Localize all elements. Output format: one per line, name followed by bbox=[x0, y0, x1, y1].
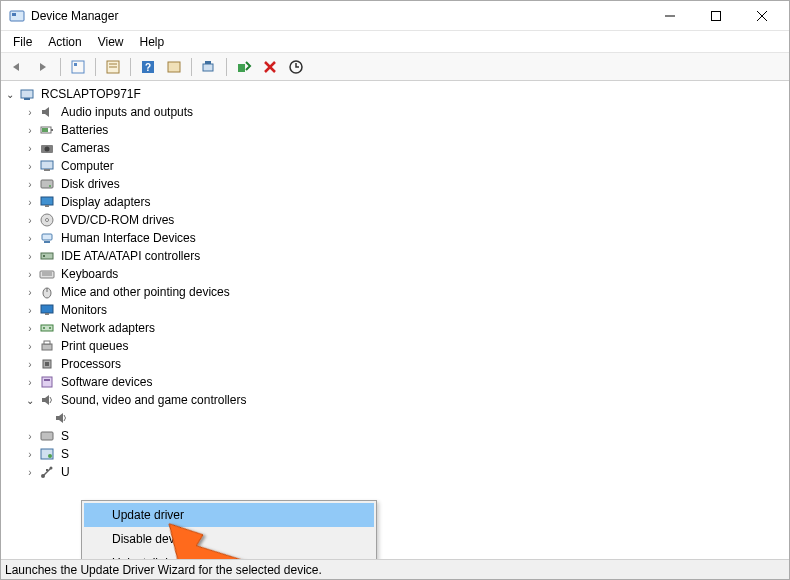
tree-category-node[interactable]: U bbox=[19, 463, 787, 481]
menu-file[interactable]: File bbox=[5, 33, 40, 51]
expander-icon[interactable] bbox=[23, 303, 37, 317]
ctx-update-driver[interactable]: Update driver bbox=[84, 503, 374, 527]
printer-icon bbox=[39, 338, 55, 354]
tree-category-node[interactable]: Audio inputs and outputs bbox=[19, 103, 787, 121]
expander-icon[interactable] bbox=[23, 177, 37, 191]
svg-point-60 bbox=[50, 467, 53, 470]
expander-icon[interactable] bbox=[23, 195, 37, 209]
tree-category-node[interactable]: S bbox=[19, 445, 787, 463]
status-text: Launches the Update Driver Wizard for th… bbox=[5, 563, 322, 577]
expander-icon[interactable] bbox=[23, 267, 37, 281]
expander-icon[interactable] bbox=[23, 465, 37, 479]
sound-icon bbox=[39, 392, 55, 408]
expander-icon[interactable] bbox=[23, 105, 37, 119]
back-button[interactable] bbox=[5, 56, 29, 78]
uninstall-device-button[interactable] bbox=[258, 56, 282, 78]
action-button[interactable] bbox=[162, 56, 186, 78]
mouse-icon bbox=[39, 284, 55, 300]
svg-rect-21 bbox=[24, 98, 30, 100]
tree-category-node[interactable]: Mice and other pointing devices bbox=[19, 283, 787, 301]
expander-icon[interactable] bbox=[23, 375, 37, 389]
expander-icon[interactable] bbox=[23, 447, 37, 461]
category-label: Audio inputs and outputs bbox=[59, 105, 195, 119]
tree-device-node[interactable] bbox=[35, 409, 787, 427]
svg-rect-27 bbox=[41, 161, 53, 169]
tree-category-node[interactable]: Processors bbox=[19, 355, 787, 373]
ctx-disable-device[interactable]: Disable device bbox=[84, 527, 374, 551]
enable-device-button[interactable] bbox=[232, 56, 256, 78]
category-label: Software devices bbox=[59, 375, 154, 389]
tree-category-node[interactable]: DVD/CD-ROM drives bbox=[19, 211, 787, 229]
device-tree[interactable]: RCSLAPTOP971F Audio inputs and outputsBa… bbox=[1, 81, 789, 559]
svg-rect-23 bbox=[51, 129, 53, 131]
expander-icon[interactable] bbox=[23, 159, 37, 173]
expander-icon[interactable] bbox=[23, 429, 37, 443]
expander-icon[interactable] bbox=[23, 321, 37, 335]
tree-category-node[interactable]: Human Interface Devices bbox=[19, 229, 787, 247]
expander-icon[interactable] bbox=[3, 87, 17, 101]
svg-point-26 bbox=[45, 147, 50, 152]
category-label: Disk drives bbox=[59, 177, 122, 191]
tree-category-node[interactable]: Disk drives bbox=[19, 175, 787, 193]
tree-category-node[interactable]: IDE ATA/ATAPI controllers bbox=[19, 247, 787, 265]
expander-icon[interactable] bbox=[23, 357, 37, 371]
expander-icon[interactable] bbox=[23, 285, 37, 299]
context-menu: Update driver Disable device Uninstall d… bbox=[81, 500, 377, 559]
expander-icon[interactable] bbox=[23, 393, 37, 407]
expander-icon[interactable] bbox=[23, 141, 37, 155]
svg-rect-38 bbox=[43, 255, 45, 257]
category-label: S bbox=[59, 447, 71, 461]
scan-hardware-button[interactable] bbox=[197, 56, 221, 78]
properties-button[interactable] bbox=[101, 56, 125, 78]
tree-category-node[interactable]: Batteries bbox=[19, 121, 787, 139]
menu-help[interactable]: Help bbox=[132, 33, 173, 51]
storage-icon bbox=[39, 428, 55, 444]
tree-category-node[interactable]: S bbox=[19, 427, 787, 445]
svg-rect-35 bbox=[42, 234, 52, 240]
svg-rect-36 bbox=[44, 241, 50, 243]
tree-category-node[interactable]: Display adapters bbox=[19, 193, 787, 211]
keyboard-icon bbox=[39, 266, 55, 282]
expander-icon[interactable] bbox=[23, 339, 37, 353]
network-icon bbox=[39, 320, 55, 336]
sound-device-icon bbox=[53, 410, 69, 426]
usb-icon bbox=[39, 464, 55, 480]
cd-icon bbox=[39, 212, 55, 228]
svg-rect-46 bbox=[41, 325, 53, 331]
update-driver-button[interactable] bbox=[284, 56, 308, 78]
svg-rect-28 bbox=[44, 169, 50, 171]
svg-rect-61 bbox=[46, 469, 48, 471]
help-button[interactable]: ? bbox=[136, 56, 160, 78]
ctx-uninstall-device[interactable]: Uninstall device bbox=[84, 551, 374, 559]
expander-icon[interactable] bbox=[23, 213, 37, 227]
window-title: Device Manager bbox=[31, 9, 118, 23]
expander-icon[interactable] bbox=[23, 123, 37, 137]
svg-rect-14 bbox=[203, 64, 213, 71]
category-label: S bbox=[59, 429, 71, 443]
tree-category-node[interactable]: Sound, video and game controllers bbox=[19, 391, 787, 409]
svg-rect-29 bbox=[41, 180, 53, 188]
tree-category-node[interactable]: Monitors bbox=[19, 301, 787, 319]
expander-icon[interactable] bbox=[23, 249, 37, 263]
menu-view[interactable]: View bbox=[90, 33, 132, 51]
menu-action[interactable]: Action bbox=[40, 33, 89, 51]
expander-icon[interactable] bbox=[23, 231, 37, 245]
display-icon bbox=[39, 194, 55, 210]
tree-root-node[interactable]: RCSLAPTOP971F bbox=[3, 85, 787, 103]
tree-category-node[interactable]: Network adapters bbox=[19, 319, 787, 337]
svg-rect-32 bbox=[45, 205, 49, 207]
tree-category-node[interactable]: Print queues bbox=[19, 337, 787, 355]
maximize-button[interactable] bbox=[693, 1, 739, 31]
tree-category-node[interactable]: Computer bbox=[19, 157, 787, 175]
category-label: Processors bbox=[59, 357, 123, 371]
show-hidden-button[interactable] bbox=[66, 56, 90, 78]
tree-category-node[interactable]: Software devices bbox=[19, 373, 787, 391]
tree-category-node[interactable]: Keyboards bbox=[19, 265, 787, 283]
tree-category-node[interactable]: Cameras bbox=[19, 139, 787, 157]
svg-rect-7 bbox=[74, 63, 77, 66]
close-button[interactable] bbox=[739, 1, 785, 31]
forward-button[interactable] bbox=[31, 56, 55, 78]
hid-icon bbox=[39, 230, 55, 246]
monitor-icon bbox=[39, 302, 55, 318]
minimize-button[interactable] bbox=[647, 1, 693, 31]
